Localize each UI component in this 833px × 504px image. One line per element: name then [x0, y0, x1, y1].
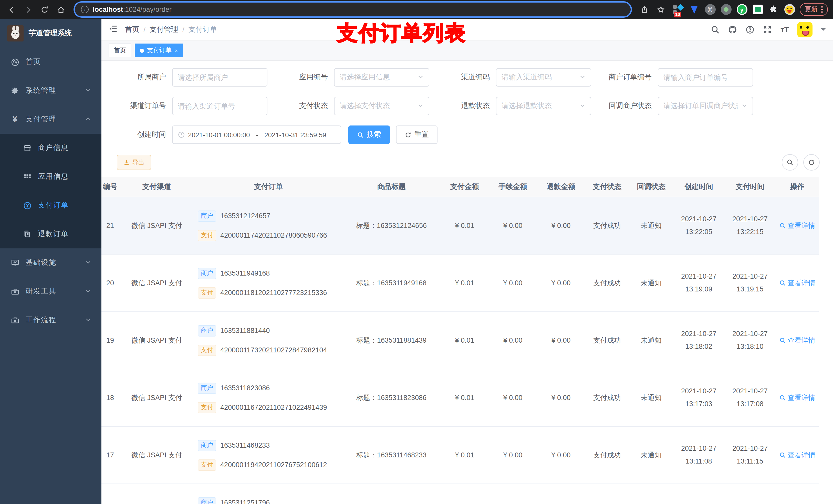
table-row[interactable]: 17 微信 JSAPI 支付 商户 1635311468233 支付 42000… [101, 427, 819, 484]
merchant-order-no-field[interactable] [663, 73, 747, 81]
back-icon[interactable] [5, 3, 19, 16]
pay-chip: 支付 [198, 287, 216, 298]
channel-code-select[interactable]: 请输入渠道编码 [496, 68, 591, 87]
amount-cell: ¥ 0.01 [441, 337, 489, 344]
fullscreen-icon[interactable] [763, 25, 772, 34]
table-body: 21 微信 JSAPI 支付 商户 1635312124657 支付 42000… [101, 197, 819, 504]
pay-order-cell: 商户 1635312124657 支付 42000011742021102780… [195, 210, 342, 241]
view-detail-link[interactable]: 查看详情 [779, 451, 815, 460]
extension-tabs-icon[interactable]: 10 [673, 4, 684, 15]
user-menu-caret-icon[interactable] [821, 28, 826, 33]
product-title-cell: 标题：1635311823086 [342, 393, 441, 402]
site-info-icon[interactable]: i [81, 6, 89, 13]
channel-order-no: 4200001173202110272847982104 [220, 346, 327, 354]
sidebar-item-payment[interactable]: ¥ 支付管理 [0, 105, 101, 134]
sidebar-item-home[interactable]: 首页 [0, 48, 101, 76]
sidebar-toggle-icon[interactable] [109, 24, 118, 35]
view-detail-link[interactable]: 查看详情 [779, 279, 815, 288]
sidebar-item-pay-order[interactable]: 支付订单 [0, 191, 101, 220]
export-button[interactable]: 导出 [117, 155, 151, 170]
home-icon[interactable] [54, 3, 68, 16]
merchant-order-no-input[interactable] [658, 68, 753, 87]
view-detail-link[interactable]: 查看详情 [779, 393, 815, 402]
breadcrumb-home[interactable]: 首页 [125, 25, 139, 34]
extension-y-icon[interactable]: y [736, 4, 747, 15]
tags-view: 首页 支付订单 × [101, 41, 833, 61]
reset-button[interactable]: 重置 [396, 125, 437, 144]
pay-status-cell: 支付成功 [585, 279, 629, 288]
sidebar-item-dev-tools[interactable]: 研发工具 [0, 277, 101, 306]
browser-menu-icon[interactable] [821, 6, 823, 13]
extension-recorder-icon[interactable] [720, 4, 732, 15]
sidebar-item-app-info[interactable]: 应用信息 [0, 162, 101, 191]
refund-status-select[interactable]: 请选择退款状态 [496, 97, 591, 115]
tab-home[interactable]: 首页 [109, 44, 131, 57]
table-row[interactable]: 20 微信 JSAPI 支付 商户 1635311949168 支付 42000… [101, 255, 819, 312]
create-time-cell: 2021-10-27 13:19:09 [673, 273, 724, 293]
forward-icon[interactable] [22, 3, 35, 16]
create-time-cell: 2021-10-27 13:17:03 [673, 387, 724, 408]
github-icon[interactable] [728, 25, 737, 34]
merchant-select[interactable] [172, 68, 267, 87]
help-icon[interactable] [746, 25, 755, 34]
col-header-id: 编号 [101, 182, 119, 191]
close-tab-icon[interactable]: × [175, 47, 178, 53]
bookmark-star-icon[interactable] [654, 3, 668, 16]
extension-chat-icon[interactable] [752, 4, 763, 15]
reload-icon[interactable] [38, 3, 51, 16]
profile-avatar-icon[interactable] [784, 4, 795, 15]
show-search-toggle-button[interactable] [782, 154, 798, 171]
search-icon[interactable] [711, 25, 720, 34]
pay-status-cell: 支付成功 [585, 221, 629, 230]
sidebar-item-workflow[interactable]: 工作流程 [0, 306, 101, 334]
sidebar-item-merchant-info[interactable]: 商户信息 [0, 134, 101, 162]
view-detail-link[interactable]: 查看详情 [779, 336, 815, 345]
table-row[interactable]: 19 微信 JSAPI 支付 商户 1635311881440 支付 42000… [101, 312, 819, 369]
table-row[interactable]: 18 微信 JSAPI 支付 商户 1635311823086 支付 42000… [101, 369, 819, 427]
merchant-chip: 商户 [198, 382, 216, 393]
table-row[interactable]: 商户 1635311251796 支付 [101, 484, 819, 504]
pay-channel-cell: 微信 JSAPI 支付 [119, 279, 195, 288]
refresh-table-button[interactable] [803, 154, 820, 171]
col-header-channel: 支付渠道 [119, 182, 195, 191]
channel-order-no: 4200001194202110276752100612 [220, 461, 327, 469]
extension-command-icon[interactable]: ⌘ [705, 4, 716, 15]
channel-order-no-input[interactable] [172, 97, 267, 115]
pay-status-select[interactable]: 请选择支付状态 [334, 97, 429, 115]
channel-order-no-field[interactable] [178, 102, 262, 110]
col-header-title: 商品标题 [342, 182, 441, 191]
browser-update-button[interactable]: 更新 [800, 3, 828, 16]
app-select[interactable]: 请选择应用信息 [334, 68, 429, 87]
search-button[interactable]: 搜索 [348, 125, 390, 144]
view-detail-link[interactable]: 查看详情 [779, 221, 815, 230]
extensions-area: 10 ⌘ y 更新 [673, 3, 828, 16]
pay-time-cell: 2021-10-27 13:18:10 [724, 330, 776, 351]
table-row[interactable]: 21 微信 JSAPI 支付 商户 1635312124657 支付 42000… [101, 197, 819, 255]
pay-time-cell: 2021-10-27 13:22:15 [724, 215, 776, 236]
pay-chip: 支付 [198, 459, 216, 471]
breadcrumb-payment[interactable]: 支付管理 [149, 25, 178, 34]
app-logo[interactable]: 芋道管理系统 [0, 19, 101, 48]
sidebar-item-system[interactable]: 系统管理 [0, 76, 101, 105]
create-time-range-picker[interactable]: 2021-10-01 00:00:00 - 2021-10-31 23:59:5… [172, 125, 341, 144]
table-header-row: 编号 支付渠道 支付订单 商品标题 支付金额 手续金额 退款金额 支付状态 回调… [101, 177, 819, 197]
merchant-input[interactable] [178, 73, 262, 81]
clock-icon [178, 131, 185, 138]
extension-gem-icon[interactable] [689, 4, 700, 15]
address-bar[interactable]: i localhost:1024/pay/order [75, 3, 630, 16]
merchant-order-no: 1635311823086 [220, 384, 270, 392]
font-size-icon[interactable]: ᴛT [781, 25, 789, 34]
pay-status-cell: 支付成功 [585, 393, 629, 402]
share-icon[interactable] [638, 3, 651, 16]
user-avatar[interactable] [797, 22, 812, 37]
tab-pay-order[interactable]: 支付订单 × [135, 44, 183, 57]
pay-order-cell: 商户 1635311468233 支付 42000011942021102767… [195, 440, 342, 471]
pay-time-cell: 2021-10-27 13:17:08 [724, 387, 776, 408]
sidebar-item-refund-order[interactable]: 退款订单 [0, 220, 101, 248]
sidebar-item-infrastructure[interactable]: 基础设施 [0, 248, 101, 277]
channel-order-no: 4200001167202110271022491439 [220, 404, 327, 411]
extensions-puzzle-icon[interactable] [768, 4, 779, 15]
filter-label-channel-code: 渠道编码 [429, 73, 496, 82]
actions-cell: 查看详情 [776, 221, 819, 230]
notify-status-select[interactable]: 请选择订单回调商户状态 [658, 97, 753, 115]
